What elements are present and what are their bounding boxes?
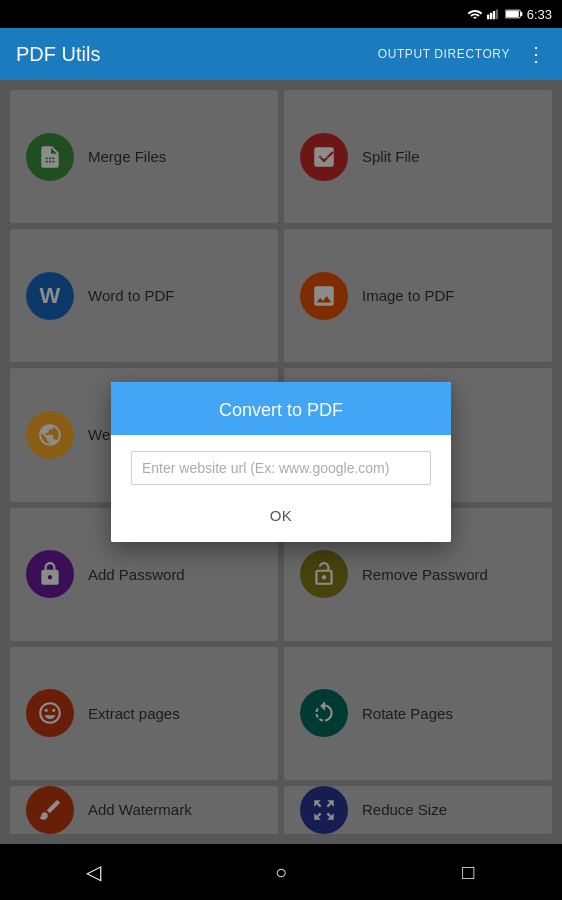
back-button[interactable]: ◁ bbox=[74, 852, 114, 892]
status-time: 6:33 bbox=[527, 7, 552, 22]
dialog-overlay: Convert to PDF OK bbox=[0, 80, 562, 844]
app-bar: PDF Utils OUTPUT DIRECTORY ⋮ bbox=[0, 28, 562, 80]
svg-rect-2 bbox=[493, 11, 495, 19]
signal-icon bbox=[487, 8, 501, 20]
dialog: Convert to PDF OK bbox=[111, 382, 451, 542]
output-directory-button[interactable]: OUTPUT DIRECTORY bbox=[378, 47, 510, 61]
battery-icon bbox=[505, 8, 523, 20]
svg-rect-0 bbox=[487, 15, 489, 20]
svg-rect-6 bbox=[506, 11, 519, 17]
dialog-title: Convert to PDF bbox=[131, 400, 431, 421]
ok-button[interactable]: OK bbox=[246, 499, 316, 532]
main-content: Merge Files Split File W Word to PDF Ima… bbox=[0, 80, 562, 844]
status-bar: 6:33 bbox=[0, 0, 562, 28]
dialog-body bbox=[111, 435, 451, 493]
svg-rect-3 bbox=[495, 9, 497, 19]
website-url-input[interactable] bbox=[131, 451, 431, 485]
app-title: PDF Utils bbox=[16, 43, 100, 66]
wifi-icon bbox=[467, 8, 483, 20]
dialog-title-bar: Convert to PDF bbox=[111, 382, 451, 435]
bottom-nav: ◁ ○ □ bbox=[0, 844, 562, 900]
recents-button[interactable]: □ bbox=[448, 852, 488, 892]
svg-rect-5 bbox=[520, 12, 522, 16]
svg-rect-1 bbox=[490, 13, 492, 19]
status-icons: 6:33 bbox=[467, 7, 552, 22]
dialog-actions: OK bbox=[111, 493, 451, 542]
menu-button[interactable]: ⋮ bbox=[526, 42, 546, 66]
home-button[interactable]: ○ bbox=[261, 852, 301, 892]
app-bar-actions: OUTPUT DIRECTORY ⋮ bbox=[378, 42, 546, 66]
